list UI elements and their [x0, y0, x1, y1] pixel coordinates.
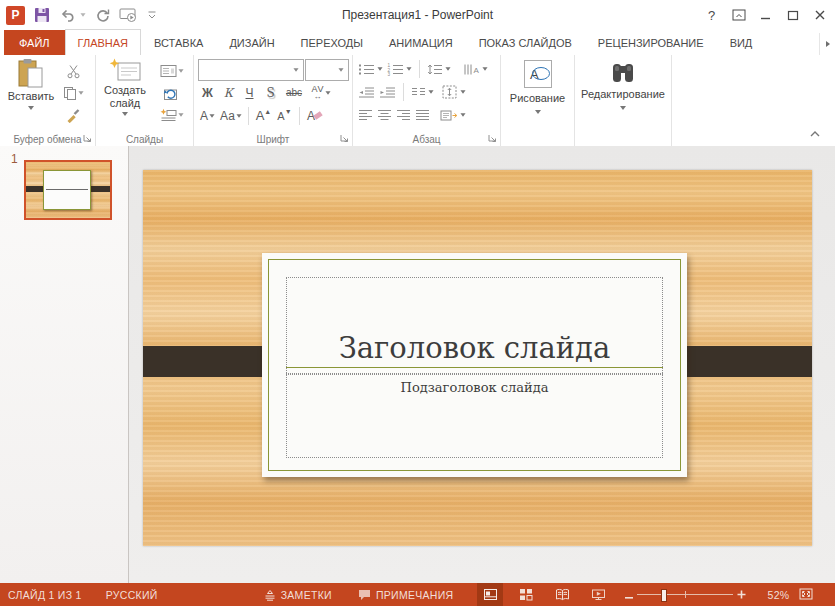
clipboard-dialog-launcher[interactable] — [82, 133, 93, 144]
columns-button[interactable] — [411, 83, 434, 101]
tab-slideshow[interactable]: ПОКАЗ СЛАЙДОВ — [466, 30, 585, 55]
tab-insert[interactable]: ВСТАВКА — [141, 30, 216, 55]
collapse-ribbon-button[interactable] — [807, 128, 823, 140]
slide-sorter-view-button[interactable] — [513, 583, 539, 606]
slide-layout-button[interactable] — [156, 61, 188, 81]
text-shadow-button[interactable]: S — [261, 82, 280, 103]
character-spacing-button[interactable]: АV ↔ — [308, 82, 334, 103]
shrink-font-letter: А — [277, 110, 284, 122]
title-card: Заголовок слайда Подзаголовок слайда — [262, 253, 687, 477]
fit-to-window-icon — [799, 588, 813, 600]
align-right-button[interactable] — [396, 106, 411, 124]
align-text-button[interactable] — [442, 83, 466, 101]
change-case-button[interactable]: Аа — [219, 105, 243, 126]
align-left-button[interactable] — [358, 106, 373, 124]
fit-slide-to-window-button[interactable] — [799, 588, 813, 602]
increase-indent-icon — [379, 86, 396, 99]
notes-label: ЗАМЕТКИ — [281, 589, 332, 601]
drawing-menu-button[interactable]: А Рисование — [501, 60, 574, 114]
close-button[interactable] — [806, 0, 833, 30]
numbering-button[interactable]: 123 — [387, 60, 412, 78]
slide-thumbnail[interactable] — [24, 160, 112, 220]
section-button[interactable] — [156, 105, 188, 125]
shrink-font-button[interactable]: А▼ — [275, 105, 294, 126]
align-text-caret-icon — [460, 90, 465, 93]
save-button[interactable] — [34, 4, 50, 26]
zoom-slider[interactable] — [637, 583, 733, 606]
tab-view[interactable]: ВИД — [717, 30, 766, 55]
justify-button[interactable] — [415, 106, 430, 124]
editing-menu-button[interactable]: Редактирование — [575, 60, 671, 110]
zoom-level[interactable]: 52% — [753, 589, 789, 601]
bullets-button[interactable] — [358, 60, 383, 78]
underline-button[interactable]: Ч — [240, 82, 259, 103]
slide-thumbnail-number: 1 — [11, 152, 18, 166]
format-painter-button[interactable] — [59, 105, 87, 125]
slide[interactable]: Заголовок слайда Подзаголовок слайда — [143, 170, 812, 546]
line-spacing-button[interactable] — [427, 60, 451, 78]
font-size-caret-icon — [338, 68, 343, 71]
new-slide-button[interactable]: Создать слайд — [99, 58, 151, 116]
format-painter-icon — [65, 108, 81, 123]
font-name-combobox[interactable] — [198, 59, 304, 81]
app-letter: P — [11, 8, 19, 22]
convert-to-smartart-button[interactable] — [440, 106, 466, 124]
font-dialog-launcher[interactable] — [339, 133, 350, 144]
char-spacing-caret-icon — [325, 91, 330, 94]
decrease-indent-button[interactable] — [358, 83, 375, 101]
start-slideshow-button[interactable] — [119, 4, 138, 26]
slide-counter[interactable]: СЛАЙД 1 ИЗ 1 — [8, 589, 82, 601]
comments-toggle-button[interactable]: ПРИМЕЧАНИЯ — [358, 589, 454, 601]
section-icon — [160, 108, 177, 122]
font-color-button[interactable]: А — [198, 105, 217, 126]
tab-transitions[interactable]: ПЕРЕХОДЫ — [288, 30, 376, 55]
zoom-in-button[interactable] — [733, 589, 749, 601]
zoom-slider-handle[interactable] — [661, 589, 667, 602]
undo-dropdown-caret-icon[interactable] — [80, 13, 85, 16]
redo-button[interactable] — [95, 4, 110, 26]
notes-toggle-button[interactable]: ЗАМЕТКИ — [264, 589, 332, 601]
undo-button[interactable] — [59, 4, 86, 26]
normal-view-button[interactable] — [477, 583, 503, 606]
slide-thumbnail-panel[interactable]: 1 — [0, 146, 129, 583]
minimize-button[interactable] — [752, 0, 779, 30]
clear-formatting-button[interactable]: А — [305, 105, 324, 126]
title-placeholder[interactable]: Заголовок слайда — [286, 277, 663, 375]
paragraph-dialog-launcher[interactable] — [487, 133, 498, 144]
tab-animations[interactable]: АНИМАЦИЯ — [376, 30, 466, 55]
italic-button[interactable]: К — [219, 82, 238, 103]
bold-button[interactable]: Ж — [198, 82, 217, 103]
zoom-out-button[interactable] — [621, 589, 637, 601]
copy-icon — [63, 86, 77, 101]
align-center-button[interactable] — [377, 106, 392, 124]
language-indicator[interactable]: РУССКИЙ — [106, 589, 158, 601]
customize-qat-button[interactable] — [147, 4, 157, 26]
ribbon: Вставить Буфер обмена Создать слайд — [0, 55, 835, 147]
tab-design[interactable]: ДИЗАЙН — [216, 30, 287, 55]
title-subtitle-divider — [286, 367, 663, 368]
help-button[interactable]: ? — [698, 0, 725, 30]
slide-editing-canvas[interactable]: Заголовок слайда Подзаголовок слайда — [129, 146, 835, 583]
increase-indent-button[interactable] — [379, 83, 396, 101]
copy-button[interactable] — [59, 83, 87, 103]
slideshow-view-button[interactable] — [585, 583, 611, 606]
cut-button[interactable] — [59, 61, 87, 81]
strikethrough-button[interactable]: abc — [282, 82, 306, 103]
tab-scroll-right-button[interactable] — [819, 33, 835, 55]
ribbon-display-options-button[interactable] — [725, 0, 752, 30]
grow-font-button[interactable]: А▲ — [254, 105, 273, 126]
maximize-button[interactable] — [779, 0, 806, 30]
divider — [248, 107, 249, 125]
paste-button[interactable]: Вставить — [5, 58, 57, 110]
tab-home[interactable]: ГЛАВНАЯ — [65, 29, 141, 56]
reset-slide-button[interactable] — [156, 83, 184, 103]
paste-icon — [17, 58, 45, 90]
text-direction-button[interactable]: А — [463, 60, 488, 78]
font-size-combobox[interactable] — [305, 59, 349, 81]
tab-file[interactable]: ФАЙЛ — [4, 30, 65, 55]
group-editing: Редактирование — [575, 55, 672, 146]
subtitle-placeholder[interactable]: Подзаголовок слайда — [286, 373, 663, 458]
tab-review[interactable]: РЕЦЕНЗИРОВАНИЕ — [585, 30, 717, 55]
reading-view-button[interactable] — [549, 583, 575, 606]
powerpoint-app-icon[interactable]: P — [6, 6, 25, 25]
